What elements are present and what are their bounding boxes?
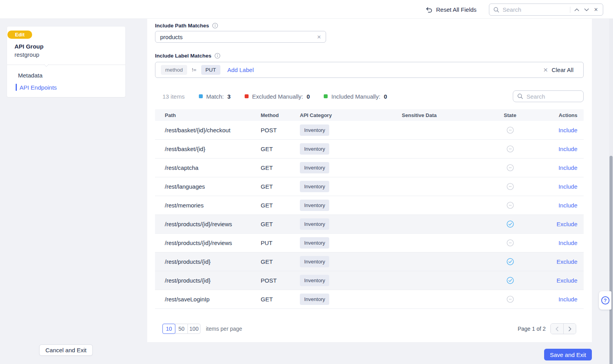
topbar-search-box: ✕ xyxy=(489,4,603,16)
table-row: /rest/captchaGETInventoryInclude xyxy=(155,159,584,177)
table-row: /rest/languagesGETInventoryInclude xyxy=(155,177,584,196)
include-path-matches-label: Include Path Matches xyxy=(155,22,584,29)
add-label-link[interactable]: Add Label xyxy=(227,67,254,73)
topbar: Reset All Fields ✕ xyxy=(0,0,613,19)
state-minus-icon xyxy=(507,239,514,247)
column-header-actions: Actions xyxy=(548,112,577,118)
search-next-button[interactable] xyxy=(583,7,590,12)
scrollbar-track[interactable] xyxy=(609,19,613,364)
label-value-chip[interactable]: PUT xyxy=(201,65,220,75)
save-and-exit-button[interactable]: Save and Exit xyxy=(544,349,592,360)
column-header-path: Path xyxy=(165,112,261,118)
endpoint-path: /rest/basket/{id}/checkout xyxy=(165,127,261,133)
api-category-badge: Inventory xyxy=(300,200,329,211)
sidebar-item-label: Metadata xyxy=(18,72,43,79)
row-action-link[interactable]: Include xyxy=(559,240,577,246)
api-category-badge: Inventory xyxy=(300,237,329,249)
endpoint-method: GET xyxy=(261,146,300,152)
endpoint-method: GET xyxy=(261,164,300,171)
state-cell xyxy=(472,183,548,190)
state-minus-icon xyxy=(507,145,514,153)
state-check-icon xyxy=(507,258,514,265)
row-action-link[interactable]: Include xyxy=(559,183,577,190)
clear-all-label: Clear All xyxy=(552,67,573,73)
sidebar-nav: MetadataAPI Endpoints xyxy=(7,70,125,95)
page-size-50-button[interactable]: 50 xyxy=(175,324,188,334)
undo-icon xyxy=(425,6,433,13)
row-action-link[interactable]: Include xyxy=(559,202,577,209)
row-action-link[interactable]: Exclude xyxy=(557,277,577,284)
edit-badge: Edit xyxy=(7,31,32,39)
state-cell xyxy=(472,258,548,265)
state-cell xyxy=(472,220,548,228)
endpoint-path: /rest/memories xyxy=(165,202,261,209)
table-search-input[interactable] xyxy=(526,93,579,100)
endpoint-method: POST xyxy=(261,277,300,284)
clear-path-icon[interactable]: × xyxy=(317,34,321,40)
main-panel: Include Path Matches × Include Label Mat… xyxy=(147,19,592,342)
previous-page-button[interactable] xyxy=(551,324,563,334)
chevron-right-icon xyxy=(568,326,572,332)
path-matches-input[interactable] xyxy=(160,34,314,40)
state-cell xyxy=(472,296,548,303)
table-row: /rest/products/{id}POSTInventoryExclude xyxy=(155,271,584,290)
close-icon: ✕ xyxy=(594,7,598,12)
row-action-link[interactable]: Exclude xyxy=(557,258,577,265)
question-mark-icon: ? xyxy=(601,296,609,305)
state-cell xyxy=(472,239,548,247)
state-cell xyxy=(472,277,548,284)
state-cell xyxy=(472,145,548,153)
row-action-link[interactable]: Include xyxy=(559,296,577,303)
cancel-and-exit-button[interactable]: Cancel and Exit xyxy=(39,344,93,356)
state-minus-icon xyxy=(507,202,514,209)
endpoint-path: /rest/products/{id} xyxy=(165,277,261,284)
info-icon xyxy=(215,53,220,59)
divider xyxy=(7,65,125,65)
endpoint-path: /rest/products/{id}/reviews xyxy=(165,240,261,246)
api-category-badge: Inventory xyxy=(300,218,329,230)
topbar-search-input[interactable] xyxy=(503,6,567,13)
api-category-badge: Inventory xyxy=(300,275,329,286)
endpoint-method: GET xyxy=(261,296,300,303)
row-action-link[interactable]: Include xyxy=(559,164,577,171)
search-prev-button[interactable] xyxy=(573,7,580,12)
sidebar-item-label: API Endpoints xyxy=(20,84,57,91)
state-cell xyxy=(472,126,548,134)
divider xyxy=(570,7,570,13)
table-row: /rest/products/{id}/reviewsGETInventoryE… xyxy=(155,215,584,234)
label-key-chip[interactable]: method xyxy=(161,65,187,75)
table-row: /rest/products/{id}/reviewsPUTInventoryI… xyxy=(155,234,584,252)
table-body: /rest/basket/{id}/checkoutPOSTInventoryI… xyxy=(155,121,584,309)
row-action-link[interactable]: Include xyxy=(559,146,577,152)
clear-all-button[interactable]: ✕ Clear All xyxy=(543,67,573,74)
endpoint-path: /rest/products/{id}/reviews xyxy=(165,221,261,227)
label-operator[interactable]: != xyxy=(192,67,197,73)
table-row: /rest/saveLoginIpGETInventoryInclude xyxy=(155,290,584,309)
active-indicator xyxy=(16,84,17,91)
api-category-badge: Inventory xyxy=(300,162,329,173)
endpoint-path: /rest/languages xyxy=(165,183,261,190)
pagination-row: 1050100 items per page Page 1 of 2 xyxy=(155,323,584,334)
api-category-badge: Inventory xyxy=(300,124,329,136)
next-page-button[interactable] xyxy=(563,324,576,334)
state-minus-icon xyxy=(507,126,514,134)
endpoint-method: POST xyxy=(261,127,300,133)
match-color-swatch xyxy=(199,94,203,98)
column-header-sensitive-data: Sensitive Data xyxy=(366,112,472,118)
page-size-100-button[interactable]: 100 xyxy=(188,324,200,334)
excluded-color-swatch xyxy=(245,94,249,98)
legend-included-manually: Included Manually: 0 xyxy=(324,93,387,100)
endpoint-path: /rest/captcha xyxy=(165,164,261,171)
row-action-link[interactable]: Exclude xyxy=(557,221,577,227)
page-size-10-button[interactable]: 10 xyxy=(162,324,175,334)
help-button[interactable]: ? xyxy=(599,291,611,310)
endpoint-method: GET xyxy=(261,202,300,209)
table-row: /rest/basket/{id}/checkoutPOSTInventoryI… xyxy=(155,121,584,140)
close-icon: ✕ xyxy=(543,67,548,74)
reset-all-fields-button[interactable]: Reset All Fields xyxy=(425,0,476,19)
sidebar-item-api-endpoints[interactable]: API Endpoints xyxy=(7,83,125,92)
search-close-button[interactable]: ✕ xyxy=(593,6,599,13)
sidebar-item-metadata[interactable]: Metadata xyxy=(7,70,125,80)
row-action-link[interactable]: Include xyxy=(559,127,577,133)
scrollbar-thumb[interactable] xyxy=(609,156,613,364)
